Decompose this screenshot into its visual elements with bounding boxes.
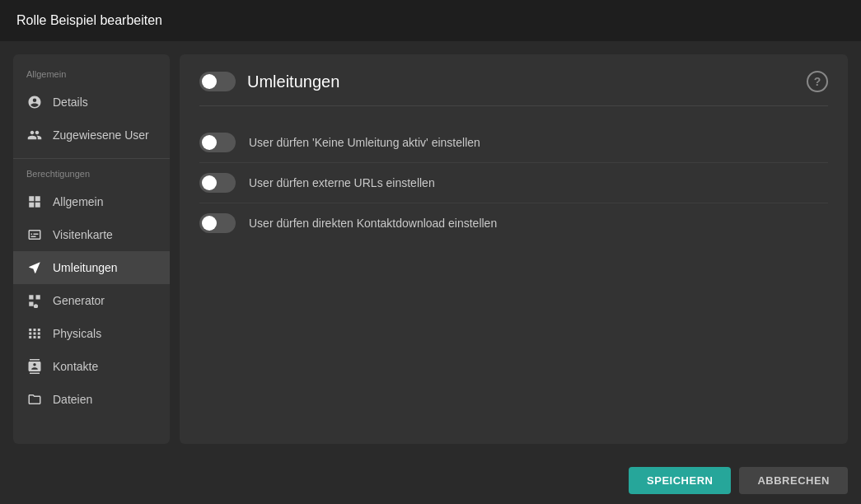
grid-icon (26, 194, 43, 210)
toggle-label-externe-urls: User dürfen externe URLs einstellen (249, 176, 435, 189)
toggle-thumb-direkten-kontakt (202, 216, 217, 231)
sidebar-item-umleitungen[interactable]: Umleitungen (13, 251, 170, 284)
sidebar-item-visitenkarte-label: Visitenkarte (53, 228, 113, 241)
sidebar-section-berechtigungen: Berechtigungen (13, 166, 170, 185)
sidebar-item-details-label: Details (53, 96, 88, 109)
toggle-track-keine-umleitung (199, 133, 236, 152)
save-button[interactable]: SPEICHERN (629, 467, 731, 494)
panel-header: Umleitungen ? (199, 71, 828, 106)
sidebar-item-physicals-label: Physicals (53, 327, 101, 340)
sidebar-item-dateien-label: Dateien (53, 393, 92, 406)
sidebar-item-allgemein[interactable]: Allgemein (13, 185, 170, 218)
sidebar: Allgemein Details Zugewiesene User Berec… (13, 54, 170, 444)
panel-title-row: Umleitungen (199, 72, 339, 91)
toggle-label-keine-umleitung: User dürfen 'Keine Umleitung aktiv' eins… (249, 136, 480, 149)
footer: SPEICHERN ABBRECHEN (0, 457, 861, 504)
toggle-direkten-kontakt[interactable] (199, 213, 236, 233)
sidebar-item-kontakte-label: Kontakte (53, 360, 98, 373)
toggle-externe-urls[interactable] (199, 173, 236, 193)
sidebar-item-generator-label: Generator (53, 294, 105, 307)
cancel-button[interactable]: ABBRECHEN (739, 467, 848, 494)
redirect-icon (26, 259, 43, 276)
sidebar-item-kontakte[interactable]: Kontakte (13, 350, 170, 383)
physicals-icon (26, 325, 43, 342)
title-bar: Rolle Beispiel bearbeiten (0, 0, 861, 41)
person-circle-icon (26, 94, 43, 110)
sidebar-item-physicals[interactable]: Physicals (13, 317, 170, 350)
main-content: Allgemein Details Zugewiesene User Berec… (0, 41, 861, 457)
sidebar-item-details[interactable]: Details (13, 86, 170, 119)
sidebar-item-allgemein-label: Allgemein (53, 195, 103, 208)
card-icon (26, 226, 43, 243)
toggle-row-keine-umleitung: User dürfen 'Keine Umleitung aktiv' eins… (199, 123, 828, 163)
files-icon (26, 391, 43, 408)
sidebar-item-umleitungen-label: Umleitungen (53, 261, 118, 274)
sidebar-divider (13, 158, 170, 159)
contacts-icon (26, 358, 43, 375)
sidebar-item-zugewiesene-user[interactable]: Zugewiesene User (13, 119, 170, 152)
main-toggle[interactable] (199, 72, 236, 91)
toggle-row-externe-urls: User dürfen externe URLs einstellen (199, 163, 828, 203)
help-icon[interactable]: ? (807, 71, 828, 92)
main-panel: Umleitungen ? User dürfen 'Keine Umleitu… (180, 54, 848, 444)
generator-icon (26, 292, 43, 309)
panel-title: Umleitungen (247, 72, 339, 91)
toggle-track-externe-urls (199, 173, 236, 193)
people-icon (26, 127, 43, 143)
toggle-keine-umleitung[interactable] (199, 133, 236, 152)
toggles-container: User dürfen 'Keine Umleitung aktiv' eins… (199, 123, 828, 243)
toggle-thumb-keine-umleitung (202, 135, 217, 150)
sidebar-item-dateien[interactable]: Dateien (13, 383, 170, 416)
toggle-track-direkten-kontakt (199, 213, 236, 233)
sidebar-section-allgemein: Allgemein (13, 66, 170, 86)
sidebar-item-zugewiesene-label: Zugewiesene User (53, 128, 149, 142)
toggle-thumb-externe-urls (202, 175, 217, 190)
page-title: Rolle Beispiel bearbeiten (16, 13, 162, 27)
toggle-row-direkten-kontakt: User dürfen direkten Kontaktdownload ein… (199, 203, 828, 243)
sidebar-item-visitenkarte[interactable]: Visitenkarte (13, 218, 170, 251)
sidebar-item-generator[interactable]: Generator (13, 284, 170, 317)
toggle-label-direkten-kontakt: User dürfen direkten Kontaktdownload ein… (249, 217, 497, 230)
